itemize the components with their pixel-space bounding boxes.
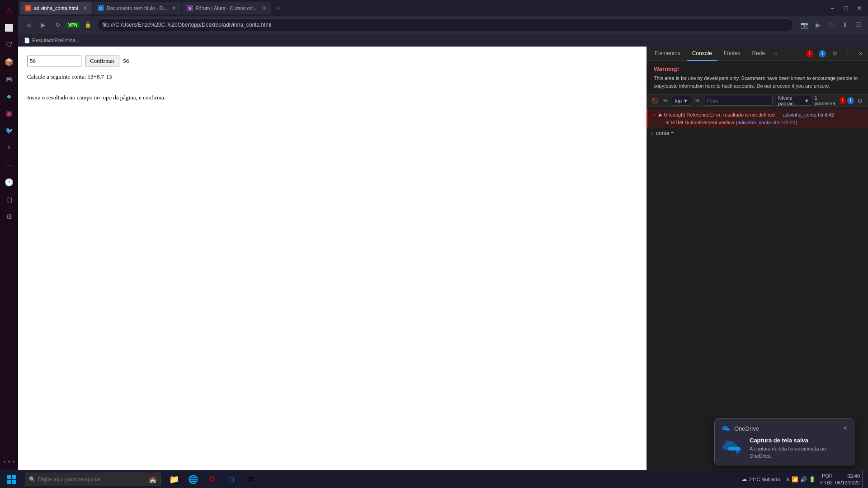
- stack-text: at HTMLButtonElement.verifica (: [665, 120, 737, 125]
- tab-adivinha[interactable]: H adivinha_conta.html ✕: [20, 2, 92, 14]
- warning-title: Warning!: [654, 66, 861, 72]
- discord-icon[interactable]: D: [1, 140, 17, 156]
- devtools-tab-rede[interactable]: Rede: [746, 47, 770, 61]
- main-content: Confirmar 56 Calcule a seguinte conta: 1…: [18, 47, 868, 470]
- console-clear-btn[interactable]: 🚫: [651, 96, 659, 106]
- maximize-button[interactable]: □: [840, 2, 852, 14]
- chevron-tray-icon[interactable]: ∧: [786, 476, 790, 483]
- taskbar-apps: 📁 🌐 O ◻ ✉: [165, 470, 259, 488]
- alert-icon[interactable]: ⚠: [1, 2, 17, 19]
- error-badge-red: 1: [804, 48, 815, 59]
- bookmark-bar: 📄 ResultadoPrelimina...: [18, 34, 868, 47]
- tab-forum[interactable]: a Fórum | Alura - Cursos onl... ✕: [182, 2, 271, 14]
- browser-window: H adivinha_conta.html ✕ D Documento sem …: [18, 0, 868, 470]
- battery-tray-icon[interactable]: 🔋: [809, 476, 816, 483]
- heart-icon[interactable]: ♡: [826, 19, 837, 31]
- error-icon: ●: [653, 112, 656, 118]
- console-input-display[interactable]: conta =: [656, 130, 674, 136]
- console-settings-icon[interactable]: ⚙: [856, 96, 864, 106]
- instagram-icon[interactable]: ◉: [1, 105, 17, 122]
- screenshot-icon[interactable]: 📷: [798, 19, 810, 31]
- taskbar-search-input[interactable]: [38, 476, 149, 483]
- whatsapp-icon[interactable]: ●: [1, 88, 17, 104]
- refresh-button[interactable]: ↻: [52, 19, 64, 31]
- console-output[interactable]: ● ▶ Uncaught ReferenceError: resultado i…: [647, 107, 868, 470]
- twitter-icon[interactable]: 🐦: [1, 122, 17, 139]
- devtools-tabs: Elementos Console Fontes Rede » 1: [647, 47, 868, 61]
- answer-input[interactable]: [27, 56, 81, 66]
- forward-button[interactable]: ▶: [37, 19, 49, 31]
- weather-area[interactable]: ☁ 21°C Nublado: [742, 476, 780, 482]
- filter-input[interactable]: [704, 96, 773, 106]
- more-options-icon[interactable]: • • •: [1, 454, 17, 470]
- volume-tray-icon[interactable]: 🔊: [800, 476, 807, 483]
- taskbar-app-edge[interactable]: 🌐: [184, 470, 202, 488]
- calc-problem: Calcule a seguinte conta: 13+8.7-13: [27, 73, 637, 80]
- menu-icon[interactable]: ☰: [853, 19, 864, 31]
- start-button[interactable]: [0, 470, 23, 488]
- console-input-row: › conta =: [647, 128, 868, 138]
- tab-documento[interactable]: D Documento sem título - D... ✕: [93, 2, 181, 14]
- minimize-button[interactable]: −: [826, 2, 839, 14]
- download-icon[interactable]: ⬇: [839, 19, 851, 31]
- taskbar-app-vscode[interactable]: ◻: [222, 470, 240, 488]
- address-text: file:///C:/Users/Enzo%20C.%20Obertopp/De…: [103, 22, 788, 28]
- divider-line: —: [1, 157, 17, 173]
- vpn-badge[interactable]: VPN: [66, 22, 80, 28]
- tab-close-adivinha[interactable]: ✕: [83, 5, 87, 11]
- devtools-more-icon[interactable]: ⋮: [842, 48, 853, 59]
- clock-icon[interactable]: 🕐: [1, 174, 17, 190]
- taskbar-app-opera[interactable]: O: [203, 470, 221, 488]
- nav-bar: ◀ ▶ ↻ VPN 🔒 file:///C:/Users/Enzo%20C.%2…: [18, 16, 868, 34]
- taskbar-clock[interactable]: POR PTB2: [820, 473, 833, 486]
- taskbar-app-explorer[interactable]: 📁: [165, 470, 183, 488]
- devtools-close-icon[interactable]: ✕: [855, 48, 866, 59]
- bookmark-item-resultado[interactable]: 📄 ResultadoPrelimina...: [22, 37, 82, 44]
- confirm-button[interactable]: Confirmar: [85, 56, 119, 66]
- taskbar-time[interactable]: 02:40 06/12/2022: [835, 473, 860, 486]
- error-stack: at HTMLButtonElement.verifica (adivinha_…: [659, 119, 863, 127]
- taskbar-app-mail[interactable]: ✉: [241, 470, 259, 488]
- devtools-tab-elements[interactable]: Elementos: [649, 47, 686, 61]
- notification-title: Captura de tela salva: [750, 437, 847, 444]
- game-icon[interactable]: 🎮: [1, 71, 17, 87]
- error-main-text: ▶ Uncaught ReferenceError: resultado is …: [659, 111, 863, 119]
- tab-favicon-forum: a: [187, 5, 193, 11]
- devtools-tab-fontes[interactable]: Fontes: [718, 47, 746, 61]
- levels-dropdown[interactable]: Níveis padrão ▼: [775, 96, 812, 106]
- stack-link[interactable]: adivinha_conta.html:42:23: [737, 120, 795, 125]
- bookmark-label: ResultadoPrelimina...: [32, 38, 80, 43]
- console-eye-icon[interactable]: 👁: [693, 96, 702, 106]
- back-button[interactable]: ◀: [22, 19, 34, 31]
- console-toolbar: 🚫 👁 top ▼ 👁 Níveis padrão ▼ 1 problema: …: [647, 94, 868, 107]
- box-icon[interactable]: 📦: [1, 54, 17, 70]
- shield-icon[interactable]: 🛡: [1, 37, 17, 53]
- nav-right-icons: 📷 ▶ ♡ ⬇ ☰: [798, 19, 864, 31]
- problems-label: 1 problema:: [815, 95, 838, 106]
- address-bar[interactable]: file:///C:/Users/Enzo%20C.%20Obertopp/De…: [97, 19, 794, 31]
- settings-icon[interactable]: ⚙: [1, 208, 17, 225]
- network-tray-icon[interactable]: 📶: [792, 476, 798, 483]
- console-toggle-btn[interactable]: 👁: [661, 96, 669, 106]
- notification-brand-name: OneDrive: [734, 425, 759, 432]
- tab-close-documento[interactable]: ✕: [172, 5, 176, 11]
- close-button[interactable]: ✕: [853, 2, 866, 14]
- devtools-tab-more[interactable]: »: [771, 51, 780, 57]
- tab-label-adivinha: adivinha_conta.html: [34, 5, 78, 11]
- play-icon[interactable]: ▶: [812, 19, 824, 31]
- new-tab-button[interactable]: +: [273, 3, 283, 14]
- notification-close-button[interactable]: ×: [843, 424, 847, 432]
- cube-icon[interactable]: ◻: [1, 191, 17, 207]
- show-desktop-button[interactable]: [862, 470, 866, 488]
- error-file-link[interactable]: adivinha_conta.html:42: [783, 112, 834, 117]
- console-error-entry: ● ▶ Uncaught ReferenceError: resultado i…: [647, 109, 868, 128]
- top-dropdown[interactable]: top ▼: [672, 96, 691, 106]
- devtools-settings-icon[interactable]: ⚙: [830, 48, 840, 59]
- notification-header: OneDrive ×: [722, 424, 847, 432]
- tab-close-forum[interactable]: ✕: [262, 5, 267, 11]
- devtools-tab-console[interactable]: Console: [687, 47, 717, 61]
- tabs-icon[interactable]: ⬜: [1, 19, 17, 36]
- taskbar-search-bar[interactable]: 🔍 🏰: [25, 473, 160, 486]
- page-input-row: Confirmar 56: [27, 56, 637, 66]
- tab-label-documento: Documento sem título - D...: [107, 5, 167, 11]
